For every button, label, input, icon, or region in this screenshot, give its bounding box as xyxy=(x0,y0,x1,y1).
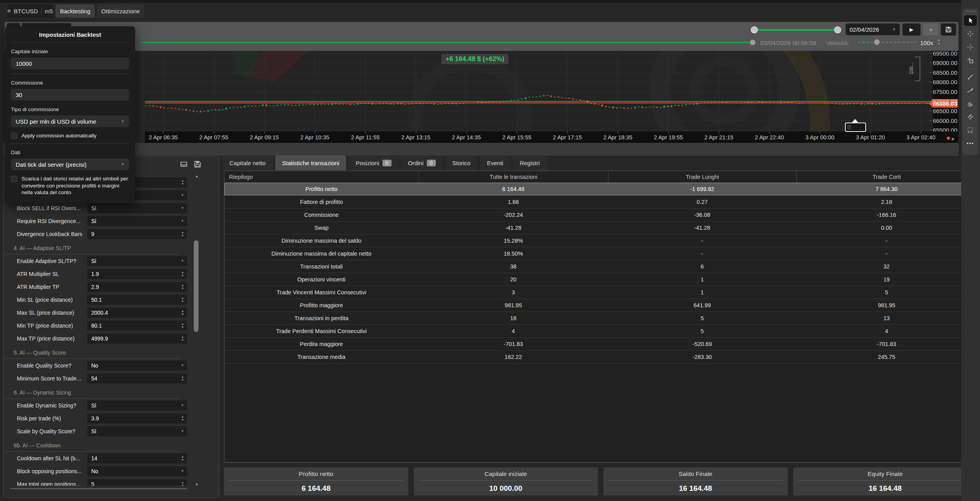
anchor-tool-button[interactable] xyxy=(964,55,977,66)
scroll-up-icon[interactable]: ▲ xyxy=(195,174,199,178)
chevron-down-icon[interactable]: ▼ xyxy=(181,219,184,223)
chevron-down-icon[interactable]: ▼ xyxy=(181,404,184,407)
stepper-arrows-icon[interactable]: ▲▼ xyxy=(181,284,184,290)
stepper-arrows-icon[interactable]: ▲▼ xyxy=(181,271,184,277)
table-row[interactable]: Profitto netto6 164.48-1 699.827 864.30 xyxy=(224,183,977,196)
price-axis[interactable]: 66886.03 69500.0069000.0068500.0068000.0… xyxy=(933,51,958,143)
table-row[interactable]: Diminuzione massima del saldo15.28%-- xyxy=(224,234,977,247)
tab-backtesting[interactable]: Backtesting xyxy=(56,4,95,18)
channel-tool-button[interactable] xyxy=(964,112,977,122)
range-handle-right[interactable] xyxy=(834,26,841,34)
table-row[interactable]: Diminuzione massima del capitale netto18… xyxy=(224,247,977,260)
date-range-slider[interactable] xyxy=(751,26,841,34)
table-row[interactable]: Transazioni in perdita18513 xyxy=(224,312,977,325)
chevron-down-icon[interactable]: ▼ xyxy=(181,469,184,473)
crosshair-dashed-tool-button[interactable] xyxy=(964,42,977,52)
checkbox-unchecked-icon[interactable] xyxy=(11,133,17,139)
tab-registri[interactable]: Registri xyxy=(513,155,547,170)
table-row[interactable]: Operazioni vincenti20119 xyxy=(224,273,977,286)
crosshair-tool-button[interactable] xyxy=(964,29,977,39)
stepper-arrows-icon[interactable]: ▲▼ xyxy=(181,323,184,329)
stepper-down-icon[interactable]: ▼ xyxy=(937,42,940,46)
more-tools-button[interactable]: ••• xyxy=(964,138,977,149)
commission-type-select[interactable]: USD per mln di USD di volume ▼ xyxy=(11,115,129,127)
stop-button[interactable]: ■ xyxy=(923,23,938,36)
table-row[interactable]: Commissione-202.24-36.08-166.16 xyxy=(224,209,977,222)
tab-ordini[interactable]: Ordini0 xyxy=(401,155,443,170)
param-select[interactable]: Sì▼ xyxy=(87,216,187,226)
param-stepper[interactable]: 54▲▼ xyxy=(87,373,187,384)
stepper-arrows-icon[interactable]: ▲▼ xyxy=(181,335,184,342)
param-stepper[interactable]: 2000.4▲▼ xyxy=(87,308,187,318)
param-select[interactable]: Sì▼ xyxy=(87,400,187,411)
tab-eventi[interactable]: Eventi xyxy=(480,155,511,170)
vertical-scrollbar-thumb[interactable] xyxy=(194,240,199,332)
tab-storico[interactable]: Storico xyxy=(445,155,478,170)
table-row[interactable]: Transazioni totali38632 xyxy=(224,260,977,273)
range-handle-left[interactable] xyxy=(751,26,758,34)
table-row[interactable]: Perdita maggiore-701.83-520.69-701.83 xyxy=(224,338,977,351)
end-date-select[interactable]: 02/04/2026 ▼ xyxy=(846,23,900,35)
text-annotation-tool-button[interactable]: É xyxy=(964,98,977,109)
play-button[interactable]: ▶ xyxy=(902,23,920,36)
table-row[interactable]: Profitto maggiore981.95641.99981.95 xyxy=(224,299,977,312)
table-row[interactable]: Trade Vincenti Massimi Consecutivi315 xyxy=(224,286,977,299)
stepper-arrows-icon[interactable]: ▲▼ xyxy=(181,297,184,303)
chevron-down-icon[interactable]: ▼ xyxy=(181,364,184,367)
param-stepper[interactable]: 1.9▲▼ xyxy=(87,269,187,279)
scroll-to-latest-icon[interactable]: ▶ xyxy=(952,137,955,141)
param-stepper[interactable]: 9▲▼ xyxy=(87,229,187,239)
save-button[interactable] xyxy=(941,23,956,36)
download-history-checkbox-row[interactable]: Scarica i dati storici relativi ad altri… xyxy=(11,175,129,196)
replay-progress-handle[interactable] xyxy=(750,40,756,45)
param-select[interactable]: Sì▼ xyxy=(87,203,187,213)
replay-position-marker[interactable] xyxy=(845,123,866,132)
save-icon[interactable] xyxy=(193,160,202,168)
tab-ottimizzazione[interactable]: Ottimizzazione xyxy=(97,4,144,18)
chevron-down-icon[interactable]: ▼ xyxy=(181,429,184,433)
capital-input[interactable]: 10000 xyxy=(11,58,129,69)
commission-input[interactable]: 30 xyxy=(11,89,129,101)
import-icon[interactable] xyxy=(180,160,188,168)
chevron-down-icon[interactable]: ▼ xyxy=(181,193,184,197)
replay-progress-bar[interactable] xyxy=(141,42,753,43)
param-select[interactable]: Sì▼ xyxy=(87,256,187,266)
stepper-up-icon[interactable]: ▲ xyxy=(937,38,940,42)
price-chart[interactable]: +6 164.48 $ (+62%) 100... xyxy=(145,51,933,132)
fibonacci-tool-button[interactable]: F xyxy=(964,125,977,135)
chevron-down-icon[interactable]: ▼ xyxy=(181,206,184,210)
param-stepper[interactable]: 4999.9▲▼ xyxy=(87,333,187,344)
param-stepper[interactable]: 5▲▼ xyxy=(87,479,187,486)
speed-handle[interactable] xyxy=(874,39,880,45)
param-stepper[interactable]: 3.9▲▼ xyxy=(87,413,187,424)
stepper-arrows-icon[interactable]: ▲▼ xyxy=(181,375,184,382)
horizontal-scrollbar[interactable] xyxy=(10,488,187,489)
stepper-arrows-icon[interactable]: ▲▼ xyxy=(181,231,184,237)
cursor-tool-button[interactable] xyxy=(964,15,977,26)
tab-capitale-netto[interactable]: Capitale netto xyxy=(222,155,273,170)
param-select[interactable]: Sì▼ xyxy=(87,426,187,436)
stepper-arrows-icon[interactable]: ▲▼ xyxy=(181,179,184,186)
param-select[interactable]: No▼ xyxy=(87,360,187,371)
tab-posizioni[interactable]: Posizioni0 xyxy=(348,155,398,170)
speed-slider[interactable] xyxy=(858,39,918,45)
trendline-tool-button[interactable] xyxy=(964,72,977,82)
tab-symbol-btcusd-m5[interactable]: BTCUSD m5 xyxy=(7,4,53,18)
checkbox-unchecked-icon[interactable] xyxy=(11,176,17,182)
apply-commission-checkbox-row[interactable]: Apply commission automatically xyxy=(11,132,129,139)
time-axis[interactable]: 2 Apr 06:352 Apr 07:552 Apr 09:152 Apr 1… xyxy=(145,132,958,143)
measure-annotation[interactable]: 100... xyxy=(915,57,920,81)
data-mode-select[interactable]: Dati tick dal server (precisi) ▼ xyxy=(11,159,129,170)
param-stepper[interactable]: 2.9▲▼ xyxy=(87,282,187,292)
chevron-down-icon[interactable]: ▼ xyxy=(181,259,184,263)
table-row[interactable]: Fattore di profitto1.680.272.18 xyxy=(224,196,977,209)
table-row[interactable]: Trade Perdenti Massimi Consecutivi454 xyxy=(224,325,977,338)
stepper-arrows-icon[interactable]: ▲▼ xyxy=(181,415,184,422)
tab-statistiche-transazioni[interactable]: Statistiche transazioni xyxy=(275,155,347,170)
param-stepper[interactable]: 14▲▼ xyxy=(87,453,187,463)
realtime-dot-icon[interactable] xyxy=(947,137,950,140)
stepper-arrows-icon[interactable]: ▲▼ xyxy=(181,481,184,486)
stepper-arrows-icon[interactable]: ▲▼ xyxy=(181,455,184,461)
speed-stepper[interactable]: ▲ ▼ xyxy=(937,38,940,46)
brush-tool-button[interactable] xyxy=(964,85,977,96)
